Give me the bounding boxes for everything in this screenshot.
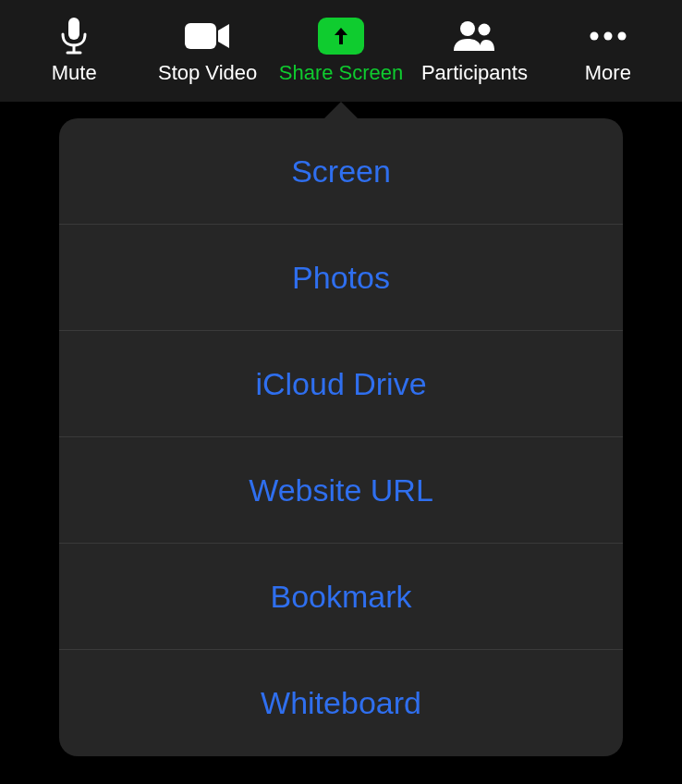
share-option-icloud-drive[interactable]: iCloud Drive	[59, 331, 623, 437]
mute-label: Mute	[52, 61, 97, 85]
share-option-label: Bookmark	[270, 579, 411, 615]
share-option-whiteboard[interactable]: Whiteboard	[59, 650, 623, 756]
participants-label: Participants	[421, 61, 528, 85]
participants-button[interactable]: Participants	[408, 17, 541, 85]
svg-rect-0	[68, 18, 79, 40]
mute-button[interactable]: Mute	[7, 17, 140, 85]
meeting-toolbar: Mute Stop Video Share Screen	[0, 0, 682, 102]
share-screen-label: Share Screen	[279, 61, 404, 85]
popover-arrow	[324, 102, 358, 118]
svg-point-7	[603, 32, 612, 41]
stop-video-label: Stop Video	[158, 61, 257, 85]
svg-point-6	[590, 32, 598, 41]
stop-video-button[interactable]: Stop Video	[140, 17, 274, 85]
share-option-photos[interactable]: Photos	[59, 225, 623, 331]
more-icon	[589, 17, 627, 55]
share-option-screen[interactable]: Screen	[59, 118, 623, 225]
share-option-label: Photos	[292, 260, 390, 296]
share-option-bookmark[interactable]: Bookmark	[59, 544, 623, 650]
share-option-website-url[interactable]: Website URL	[59, 437, 623, 544]
share-option-label: Website URL	[249, 472, 433, 508]
more-button[interactable]: More	[542, 17, 675, 85]
share-option-label: iCloud Drive	[255, 366, 426, 402]
share-screen-icon	[318, 18, 364, 55]
svg-point-8	[617, 32, 626, 41]
svg-point-4	[460, 21, 475, 36]
more-label: More	[585, 61, 631, 85]
share-option-label: Screen	[291, 153, 391, 190]
share-screen-menu: Screen Photos iCloud Drive Website URL B…	[59, 102, 623, 756]
share-screen-button[interactable]: Share Screen	[274, 17, 408, 85]
video-camera-icon	[185, 17, 231, 55]
svg-rect-3	[185, 23, 216, 49]
participants-icon	[452, 17, 496, 55]
svg-point-5	[479, 24, 491, 36]
share-options-list: Screen Photos iCloud Drive Website URL B…	[59, 118, 623, 756]
microphone-icon	[60, 17, 88, 55]
share-option-label: Whiteboard	[261, 685, 421, 721]
